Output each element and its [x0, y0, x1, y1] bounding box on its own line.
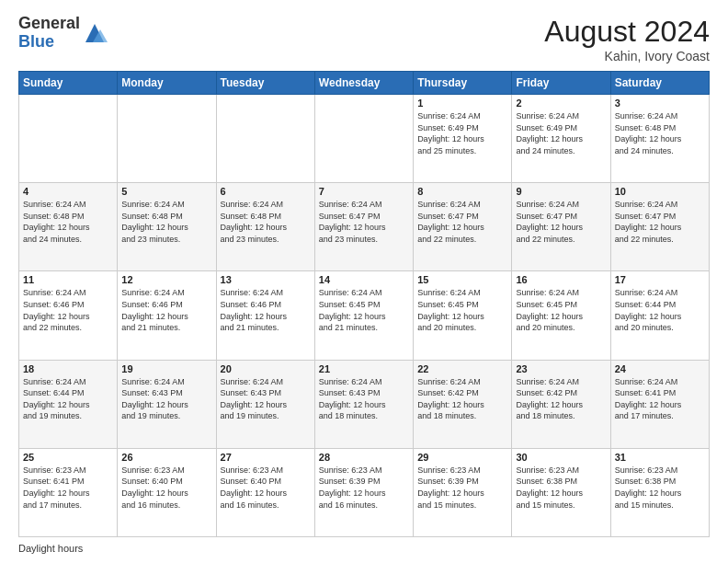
daylight-label: Daylight hours [18, 543, 83, 554]
calendar-cell: 9Sunrise: 6:24 AM Sunset: 6:47 PM Daylig… [512, 183, 610, 271]
calendar-cell [118, 95, 216, 183]
day-info: Sunrise: 6:24 AM Sunset: 6:42 PM Dayligh… [516, 376, 606, 422]
col-header-friday: Friday [512, 72, 610, 95]
title-section: August 2024 Kahin, Ivory Coast [544, 15, 710, 63]
calendar-cell: 23Sunrise: 6:24 AM Sunset: 6:42 PM Dayli… [512, 360, 610, 448]
day-info: Sunrise: 6:24 AM Sunset: 6:44 PM Dayligh… [615, 287, 705, 333]
day-number: 25 [23, 452, 113, 463]
day-info: Sunrise: 6:24 AM Sunset: 6:47 PM Dayligh… [417, 199, 507, 245]
day-info: Sunrise: 6:24 AM Sunset: 6:42 PM Dayligh… [417, 376, 507, 422]
calendar-cell: 18Sunrise: 6:24 AM Sunset: 6:44 PM Dayli… [19, 360, 118, 448]
calendar-cell: 17Sunrise: 6:24 AM Sunset: 6:44 PM Dayli… [610, 271, 709, 360]
day-number: 28 [319, 452, 409, 463]
calendar-cell: 25Sunrise: 6:23 AM Sunset: 6:41 PM Dayli… [19, 448, 118, 536]
logo-blue: Blue [18, 33, 80, 52]
logo-icon [82, 20, 108, 46]
calendar-cell [314, 95, 413, 183]
calendar-header-row: SundayMondayTuesdayWednesdayThursdayFrid… [19, 72, 710, 95]
calendar-cell: 27Sunrise: 6:23 AM Sunset: 6:40 PM Dayli… [216, 448, 314, 536]
col-header-wednesday: Wednesday [314, 72, 413, 95]
day-number: 5 [121, 186, 211, 197]
day-info: Sunrise: 6:24 AM Sunset: 6:43 PM Dayligh… [121, 376, 211, 422]
day-number: 27 [221, 452, 311, 463]
calendar-cell: 10Sunrise: 6:24 AM Sunset: 6:47 PM Dayli… [610, 183, 709, 271]
day-number: 12 [121, 274, 211, 285]
calendar-cell: 29Sunrise: 6:23 AM Sunset: 6:39 PM Dayli… [414, 448, 512, 536]
day-number: 17 [615, 274, 705, 285]
calendar-cell: 5Sunrise: 6:24 AM Sunset: 6:48 PM Daylig… [118, 183, 216, 271]
day-info: Sunrise: 6:24 AM Sunset: 6:45 PM Dayligh… [417, 287, 507, 333]
day-number: 11 [23, 274, 113, 285]
day-info: Sunrise: 6:24 AM Sunset: 6:48 PM Dayligh… [23, 199, 113, 245]
day-info: Sunrise: 6:24 AM Sunset: 6:46 PM Dayligh… [23, 287, 113, 333]
month-title: August 2024 [544, 15, 710, 49]
day-number: 19 [121, 363, 211, 374]
calendar-cell: 1Sunrise: 6:24 AM Sunset: 6:49 PM Daylig… [414, 95, 512, 183]
day-number: 30 [516, 452, 606, 463]
col-header-saturday: Saturday [610, 72, 709, 95]
calendar-cell: 28Sunrise: 6:23 AM Sunset: 6:39 PM Dayli… [314, 448, 413, 536]
day-number: 26 [121, 452, 211, 463]
calendar-cell: 8Sunrise: 6:24 AM Sunset: 6:47 PM Daylig… [414, 183, 512, 271]
day-number: 3 [615, 98, 705, 109]
day-info: Sunrise: 6:24 AM Sunset: 6:46 PM Dayligh… [121, 287, 211, 333]
day-info: Sunrise: 6:24 AM Sunset: 6:45 PM Dayligh… [319, 287, 409, 333]
day-info: Sunrise: 6:24 AM Sunset: 6:49 PM Dayligh… [516, 110, 606, 156]
day-info: Sunrise: 6:24 AM Sunset: 6:47 PM Dayligh… [516, 199, 606, 245]
day-number: 22 [417, 363, 507, 374]
day-info: Sunrise: 6:24 AM Sunset: 6:44 PM Dayligh… [23, 376, 113, 422]
calendar-cell: 7Sunrise: 6:24 AM Sunset: 6:47 PM Daylig… [314, 183, 413, 271]
col-header-tuesday: Tuesday [216, 72, 314, 95]
day-info: Sunrise: 6:24 AM Sunset: 6:49 PM Dayligh… [417, 110, 507, 156]
day-info: Sunrise: 6:24 AM Sunset: 6:45 PM Dayligh… [516, 287, 606, 333]
calendar-table: SundayMondayTuesdayWednesdayThursdayFrid… [18, 71, 710, 537]
footer: Daylight hours [18, 543, 710, 554]
day-info: Sunrise: 6:24 AM Sunset: 6:41 PM Dayligh… [615, 376, 705, 422]
calendar-week-row: 25Sunrise: 6:23 AM Sunset: 6:41 PM Dayli… [19, 448, 710, 536]
calendar-cell [216, 95, 314, 183]
day-number: 21 [319, 363, 409, 374]
day-info: Sunrise: 6:23 AM Sunset: 6:38 PM Dayligh… [615, 465, 705, 511]
page: General Blue August 2024 Kahin, Ivory Co… [0, 0, 728, 563]
calendar-cell: 4Sunrise: 6:24 AM Sunset: 6:48 PM Daylig… [19, 183, 118, 271]
day-info: Sunrise: 6:24 AM Sunset: 6:43 PM Dayligh… [319, 376, 409, 422]
calendar-cell: 2Sunrise: 6:24 AM Sunset: 6:49 PM Daylig… [512, 95, 610, 183]
calendar-cell: 11Sunrise: 6:24 AM Sunset: 6:46 PM Dayli… [19, 271, 118, 360]
day-number: 23 [516, 363, 606, 374]
calendar-cell: 22Sunrise: 6:24 AM Sunset: 6:42 PM Dayli… [414, 360, 512, 448]
day-number: 10 [615, 186, 705, 197]
calendar-cell: 13Sunrise: 6:24 AM Sunset: 6:46 PM Dayli… [216, 271, 314, 360]
calendar-week-row: 1Sunrise: 6:24 AM Sunset: 6:49 PM Daylig… [19, 95, 710, 183]
day-number: 24 [615, 363, 705, 374]
day-info: Sunrise: 6:23 AM Sunset: 6:40 PM Dayligh… [221, 465, 311, 511]
day-number: 15 [417, 274, 507, 285]
col-header-sunday: Sunday [19, 72, 118, 95]
calendar-cell [19, 95, 118, 183]
day-number: 9 [516, 186, 606, 197]
day-number: 20 [221, 363, 311, 374]
day-number: 1 [417, 98, 507, 109]
day-info: Sunrise: 6:23 AM Sunset: 6:38 PM Dayligh… [516, 465, 606, 511]
day-number: 18 [23, 363, 113, 374]
day-info: Sunrise: 6:23 AM Sunset: 6:39 PM Dayligh… [319, 465, 409, 511]
calendar-cell: 30Sunrise: 6:23 AM Sunset: 6:38 PM Dayli… [512, 448, 610, 536]
logo-general: General [18, 15, 80, 33]
day-number: 13 [221, 274, 311, 285]
location: Kahin, Ivory Coast [544, 49, 710, 63]
day-info: Sunrise: 6:23 AM Sunset: 6:39 PM Dayligh… [417, 465, 507, 511]
col-header-monday: Monday [118, 72, 216, 95]
calendar-week-row: 18Sunrise: 6:24 AM Sunset: 6:44 PM Dayli… [19, 360, 710, 448]
day-info: Sunrise: 6:24 AM Sunset: 6:43 PM Dayligh… [221, 376, 311, 422]
day-number: 8 [417, 186, 507, 197]
day-number: 6 [221, 186, 311, 197]
day-number: 29 [417, 452, 507, 463]
calendar-cell: 15Sunrise: 6:24 AM Sunset: 6:45 PM Dayli… [414, 271, 512, 360]
calendar-cell: 26Sunrise: 6:23 AM Sunset: 6:40 PM Dayli… [118, 448, 216, 536]
day-info: Sunrise: 6:24 AM Sunset: 6:46 PM Dayligh… [221, 287, 311, 333]
calendar-cell: 12Sunrise: 6:24 AM Sunset: 6:46 PM Dayli… [118, 271, 216, 360]
day-info: Sunrise: 6:24 AM Sunset: 6:47 PM Dayligh… [319, 199, 409, 245]
calendar-cell: 3Sunrise: 6:24 AM Sunset: 6:48 PM Daylig… [610, 95, 709, 183]
calendar-week-row: 11Sunrise: 6:24 AM Sunset: 6:46 PM Dayli… [19, 271, 710, 360]
calendar-cell: 31Sunrise: 6:23 AM Sunset: 6:38 PM Dayli… [610, 448, 709, 536]
day-info: Sunrise: 6:23 AM Sunset: 6:41 PM Dayligh… [23, 465, 113, 511]
